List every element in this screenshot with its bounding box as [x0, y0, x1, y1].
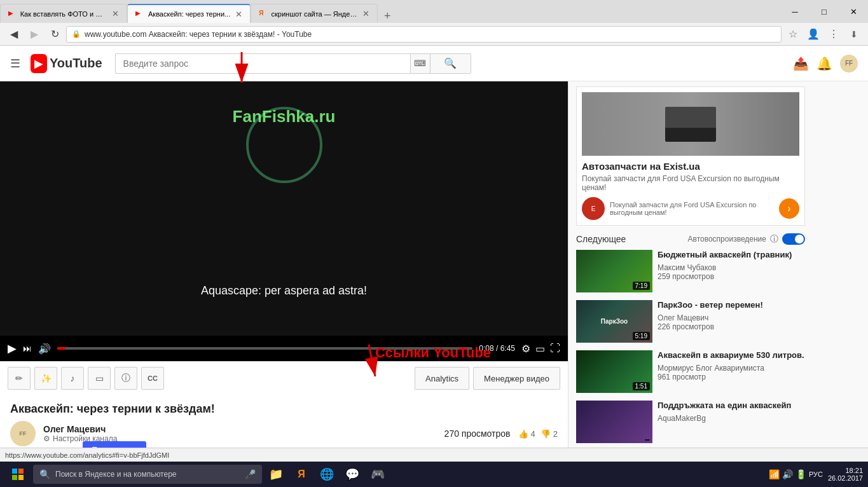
tab2-title: Акваскейп: через терни...: [148, 10, 230, 18]
ad-title: Автозапчасти на Exist.ua: [582, 161, 799, 172]
youtube-logo[interactable]: ▶ YouTube: [31, 54, 102, 73]
progress-bar[interactable]: [57, 347, 472, 350]
youtube-header: ☰ ▶ YouTube ⌨ 🔍 📤 🔔 FF: [0, 46, 868, 81]
tab-1[interactable]: ▶ Как вставлять ФОТО и ВИД... ✕: [0, 4, 127, 23]
svg-rect-5: [12, 469, 17, 474]
like-bar: 👍 4 👎 2: [518, 429, 558, 439]
mic-icon[interactable]: 🎤: [245, 469, 256, 479]
video-card-3[interactable]: 1:51 Акваскейп в аквариуме 530 литров. М…: [576, 350, 805, 393]
taskbar-clock: 18:21 26.02.2017: [828, 467, 863, 482]
video-card-2[interactable]: ПаркЗоо 5:19 ПаркЗоо - ветер перемен! Ол…: [576, 300, 805, 343]
svg-rect-6: [18, 469, 24, 474]
minimize-button[interactable]: ─: [780, 0, 809, 23]
video-card-channel-1: Максим Чубаков: [658, 263, 805, 272]
search-magnifier-icon: 🔍: [39, 469, 50, 479]
video-toolbar: ✏ ✨ ♪ ▭ ⓘ CC Analytics Менеджер видео: [0, 361, 568, 395]
user-menu-icon[interactable]: 👤: [804, 25, 822, 43]
search-input[interactable]: [115, 53, 410, 74]
video-manager-button[interactable]: Менеджер видео: [473, 367, 560, 390]
video-card-4[interactable]: Поддръжката на един акваскейп AquaMakerB…: [576, 401, 805, 443]
back-button[interactable]: ◀: [5, 25, 23, 43]
bookmark-icon[interactable]: ☆: [784, 25, 802, 43]
tab2-close[interactable]: ✕: [235, 10, 242, 19]
forward-button[interactable]: ▶: [25, 25, 43, 43]
card-button[interactable]: ▭: [88, 367, 111, 390]
thumbs-down-icon: 👎: [541, 429, 551, 439]
video-title: Акваскейп: через тернии к звёздам!: [10, 402, 558, 416]
volume-sys-icon[interactable]: 🔊: [782, 469, 793, 479]
keyboard-icon[interactable]: ⌨: [410, 53, 431, 74]
video-card-1[interactable]: 7:19 Бюджетный акваскейп (травник) Макси…: [576, 250, 805, 292]
ad-action-button[interactable]: ›: [779, 198, 799, 219]
thumbs-up-icon: 👍: [518, 429, 528, 439]
header-right: 📤 🔔 FF: [793, 55, 858, 72]
network-icon[interactable]: 📶: [769, 469, 780, 479]
address-bar[interactable]: 🔒 www.youtube.com Акваскейп: через терни…: [66, 26, 782, 43]
new-tab-button[interactable]: +: [378, 10, 397, 23]
menu-icon[interactable]: ⋮: [825, 25, 843, 43]
video-card-info-4: Поддръжката на един акваскейп AquaMakerB…: [658, 401, 805, 443]
video-info: Акваскейп: через тернии к звёздам! FF Ол…: [0, 395, 568, 448]
autoplay-toggle[interactable]: [782, 233, 805, 245]
taskbar-file-manager[interactable]: 📁: [265, 463, 287, 486]
channel-info: Олег Мацевич ⚙ Настройки канала: [43, 424, 437, 443]
video-player[interactable]: FanFishka.ru Aquascape: per aspera ad as…: [0, 81, 568, 336]
like-button[interactable]: 👍 4: [518, 429, 535, 439]
ad-image: [582, 92, 799, 156]
advertisement: Автозапчасти на Exist.ua Покупай запчаст…: [576, 86, 805, 226]
settings-icon[interactable]: ⚙: [521, 343, 530, 355]
taskbar-sys-icons: 📶 🔊 🔋 РУС: [769, 469, 823, 479]
video-card-channel-3: Мормирус Блог Аквариумиста: [658, 364, 805, 373]
refresh-button[interactable]: ↻: [46, 25, 64, 43]
lang-indicator[interactable]: РУС: [809, 470, 823, 478]
taskbar-search[interactable]: 🔍 Поиск в Яндексе и на компьютере 🎤: [33, 465, 262, 484]
next-button[interactable]: ⏭: [23, 343, 32, 353]
search-form: ⌨ 🔍: [115, 53, 471, 74]
bell-icon[interactable]: 🔔: [816, 56, 832, 71]
play-button[interactable]: ▶: [8, 341, 17, 355]
info-button[interactable]: ⓘ: [114, 367, 137, 390]
tab2-favicon: ▶: [135, 10, 144, 18]
channel-avatar[interactable]: FF: [10, 421, 36, 446]
svg-rect-7: [12, 475, 17, 480]
analytics-button[interactable]: Analytics: [415, 367, 469, 390]
taskbar-search-text: Поиск в Яндексе и на компьютере: [55, 470, 177, 479]
taskbar-yandex[interactable]: Я: [290, 463, 313, 486]
tab3-close[interactable]: ✕: [362, 9, 369, 18]
video-card-info-3: Акваскейп в аквариуме 530 литров. Мормир…: [658, 350, 805, 393]
maximize-button[interactable]: □: [809, 0, 839, 23]
like-count: 4: [531, 429, 535, 439]
cc-button[interactable]: CC: [141, 367, 164, 390]
taskbar-chrome[interactable]: 🌐: [315, 463, 338, 486]
dislike-button[interactable]: 👎 2: [541, 429, 558, 439]
edit-button[interactable]: ✏: [8, 367, 31, 390]
share-tooltip[interactable]: Поделиться: [83, 441, 146, 448]
next-label: Следующее: [576, 234, 626, 244]
music-button[interactable]: ♪: [61, 367, 84, 390]
channel-name[interactable]: Олег Мацевич: [43, 424, 437, 434]
taskbar-game[interactable]: 🎮: [366, 463, 389, 486]
video-card-views-1: 259 просмотров: [658, 272, 805, 281]
hamburger-menu[interactable]: ☰: [10, 57, 20, 71]
volume-button[interactable]: 🔊: [38, 343, 51, 355]
download-icon[interactable]: ⬇: [845, 25, 863, 43]
magic-button[interactable]: ✨: [34, 367, 57, 390]
battery-icon[interactable]: 🔋: [796, 469, 806, 479]
info-icon[interactable]: ⓘ: [770, 233, 778, 245]
autoplay-label: Автовоспроизведение: [688, 235, 766, 244]
fullscreen-icon[interactable]: ⛶: [550, 343, 560, 354]
video-card-channel-2: Олег Мацевич: [658, 313, 805, 322]
start-button[interactable]: [5, 463, 31, 486]
next-section-header: Следующее Автовоспроизведение ⓘ: [576, 233, 805, 245]
user-avatar[interactable]: FF: [840, 55, 858, 72]
theater-icon[interactable]: ▭: [535, 343, 545, 355]
search-button[interactable]: 🔍: [431, 53, 471, 74]
upload-icon[interactable]: 📤: [793, 56, 809, 71]
ctrl-right: ⚙ ▭ ⛶: [521, 343, 560, 355]
taskbar-skype[interactable]: 💬: [341, 463, 364, 486]
close-button[interactable]: ✕: [839, 0, 868, 23]
tab1-close[interactable]: ✕: [112, 9, 119, 18]
tab-3[interactable]: Я скриншот сайта — Яндекс... ✕: [251, 4, 378, 23]
tab3-favicon: Я: [259, 10, 267, 18]
tab-2[interactable]: ▶ Акваскейп: через терни... ✕: [127, 4, 251, 23]
